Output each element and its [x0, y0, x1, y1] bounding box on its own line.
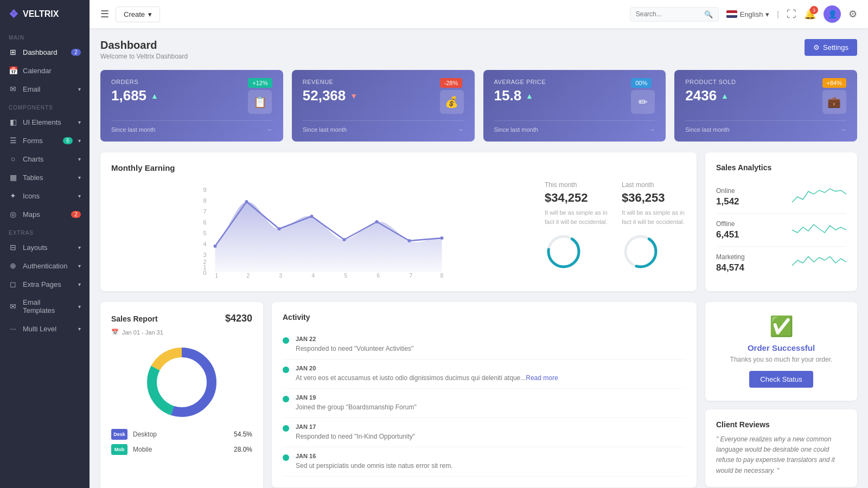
date-range: 📅 Jan 01 - Jan 31 — [111, 329, 252, 336]
stat-card-revenue[interactable]: REVENUE 52,368 ▼ -28% 💰 Since last month… — [292, 70, 475, 142]
sidebar-label-dashboard: Dashboard — [23, 48, 66, 56]
topbar-right: 🔍 English ▾ | ⛶ 🔔 3 👤 ⚙ — [630, 5, 857, 23]
sales-report-card: Sales Report $4230 📅 Jan 01 - Jan 31 — [100, 302, 263, 488]
main-area: ☰ Create ▾ 🔍 English ▾ | ⛶ 🔔 3 👤 ⚙ — [90, 0, 868, 488]
svg-point-22 — [343, 238, 346, 241]
search-box[interactable]: 🔍 — [630, 7, 719, 22]
trend-down-icon: ▼ — [350, 92, 358, 100]
sidebar-item-tables[interactable]: ▦ Tables ▾ — [0, 168, 90, 187]
bottom-grid: Sales Report $4230 📅 Jan 01 - Jan 31 — [100, 302, 857, 488]
activity-text-2: Joined the group "Boardsmanship Forum" — [296, 402, 417, 412]
settings-gear-icon[interactable]: ⚙ — [848, 8, 857, 20]
activity-dot — [283, 367, 289, 373]
chevron-down-icon: ▾ — [78, 263, 81, 269]
stat-card-orders[interactable]: ORDERS 1,685 ▲ +12% 📋 Since last month → — [100, 70, 283, 142]
calendar-icon: 📅 — [9, 66, 17, 75]
monthly-chart-inner: 9 8 7 6 5 4 3 2 1 0 1 2 — [111, 181, 686, 280]
trend-neutral-icon: ▲ — [526, 92, 533, 100]
activity-date-3: JAN 17 — [296, 423, 415, 430]
svg-text:5: 5 — [203, 230, 207, 236]
sidebar-item-dashboard[interactable]: ⊞ Dashboard 2 — [0, 43, 90, 61]
chevron-down-icon: ▾ — [765, 10, 769, 18]
analytics-info-online: Online 1,542 — [716, 187, 739, 207]
create-label: Create — [124, 10, 145, 18]
sidebar-item-email-templates[interactable]: ✉ Email Templates ▾ — [0, 293, 90, 319]
sidebar: ❖ VELTRIX MAIN ⊞ Dashboard 2 📅 Calendar … — [0, 0, 90, 488]
sidebar-badge-dashboard: 2 — [71, 49, 81, 56]
stat-cards: ORDERS 1,685 ▲ +12% 📋 Since last month → — [100, 70, 857, 142]
svg-text:2: 2 — [247, 273, 250, 279]
activity-title: Activity — [283, 313, 686, 322]
review-title: Client Reviews — [716, 420, 846, 429]
sidebar-section-label-main: MAIN — [0, 28, 90, 43]
chevron-down-icon: ▾ — [78, 86, 81, 92]
sidebar-item-calendar[interactable]: 📅 Calendar — [0, 61, 90, 80]
stat-badge-average-price: 00% — [631, 78, 652, 88]
sidebar-item-layouts[interactable]: ⊟ Layouts ▾ — [0, 238, 90, 256]
check-status-button[interactable]: Check Status — [749, 371, 813, 388]
chevron-down-icon: ▾ — [78, 326, 81, 332]
sidebar-item-email[interactable]: ✉ Email ▾ — [0, 80, 90, 98]
expand-icon[interactable]: ⛶ — [787, 9, 796, 20]
arrow-right-icon: → — [458, 126, 464, 133]
activity-dot — [283, 425, 289, 432]
last-month-label: Last month — [622, 181, 686, 189]
page-title: Dashboard — [100, 39, 188, 52]
activity-content-2: JAN 19 Joined the group "Boardsmanship F… — [296, 394, 417, 412]
arrow-right-icon: → — [266, 126, 272, 133]
sidebar-item-maps[interactable]: ◎ Maps 2 — [0, 205, 90, 223]
last-month-desc: It will be as simple as in fact it will … — [622, 208, 686, 226]
hamburger-menu-icon[interactable]: ☰ — [100, 8, 109, 20]
sidebar-item-charts[interactable]: ○ Charts ▾ — [0, 150, 90, 168]
settings-button[interactable]: ⚙ Settings — [805, 39, 857, 56]
activity-date-2: JAN 19 — [296, 394, 417, 401]
create-button[interactable]: Create ▾ — [116, 7, 160, 22]
language-selector[interactable]: English ▾ — [726, 10, 770, 18]
maps-icon: ◎ — [9, 210, 17, 219]
donut-chart — [111, 344, 252, 420]
activity-dot — [283, 454, 289, 461]
search-input[interactable] — [636, 10, 701, 18]
svg-point-24 — [408, 239, 411, 242]
read-more-link[interactable]: Read more — [526, 374, 558, 382]
page-subtitle: Welcome to Veltrix Dashboard — [100, 53, 188, 60]
this-month-label: This month — [545, 181, 609, 189]
search-icon: 🔍 — [704, 10, 713, 18]
trend-up-icon: ▲ — [721, 92, 729, 100]
activity-dot — [283, 337, 289, 344]
stat-card-average-price[interactable]: AVERAGE PRICE 15.8 ▲ 00% ✏ Since last mo… — [483, 70, 666, 142]
desktop-label: Desktop — [133, 431, 234, 438]
desktop-pct: 54.5% — [234, 431, 252, 438]
stat-footer-product-sold: Since last month → — [685, 120, 846, 133]
stat-footer-orders: Since last month → — [111, 120, 272, 133]
sales-report-header: Sales Report $4230 — [111, 313, 252, 324]
online-mini-chart — [792, 186, 846, 208]
sidebar-label-multi-level: Multi Level — [23, 325, 73, 333]
sidebar-item-multi-level[interactable]: ··· Multi Level ▾ — [0, 319, 90, 338]
monthly-earning-card: Monthly Earning 9 — [100, 152, 697, 291]
sidebar-label-extra-pages: Extra Pages — [23, 280, 73, 288]
arrow-right-icon: → — [840, 126, 846, 133]
stat-card-product-sold[interactable]: PRODUCT SOLD 2436 ▲ +84% 💼 Since last mo… — [674, 70, 857, 142]
sidebar-item-ui-elements[interactable]: ◧ UI Elements ▾ — [0, 113, 90, 131]
chevron-down-icon: ▾ — [78, 281, 81, 287]
sidebar-item-icons[interactable]: ✦ Icons ▾ — [0, 187, 90, 205]
sidebar-badge-maps: 2 — [71, 211, 81, 218]
order-title: Order Successful — [716, 343, 846, 352]
client-review-card: Client Reviews " Everyone realizes why a… — [705, 409, 857, 487]
layouts-icon: ⊟ — [9, 243, 17, 252]
activity-content-4: JAN 16 Sed ut perspiciatis unde omnis is… — [296, 453, 452, 471]
activity-dot — [283, 396, 289, 402]
chevron-down-icon: ▾ — [78, 156, 81, 162]
sidebar-item-authentication[interactable]: ⊕ Authentication ▾ — [0, 256, 90, 275]
desktop-dot: Desk — [111, 429, 127, 440]
date-range-text: Jan 01 - Jan 31 — [122, 329, 163, 336]
avatar[interactable]: 👤 — [824, 5, 841, 23]
svg-text:7: 7 — [203, 208, 207, 215]
sidebar-item-extra-pages[interactable]: ◻ Extra Pages ▾ — [0, 275, 90, 293]
sidebar-item-forms[interactable]: ☰ Forms 6 ▾ — [0, 131, 90, 150]
activity-item-2: JAN 19 Joined the group "Boardsmanship F… — [283, 389, 686, 418]
analytics-title: Sales Analytics — [716, 163, 846, 172]
notification-bell-icon[interactable]: 🔔 3 — [804, 8, 816, 20]
arrow-right-icon: → — [649, 126, 655, 133]
